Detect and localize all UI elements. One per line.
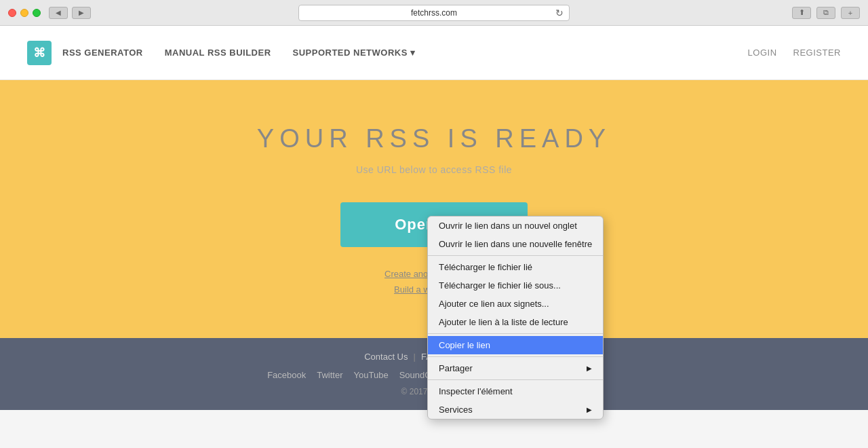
- ctx-add-reading-list[interactable]: Ajouter le lien à la liste de lecture: [428, 313, 603, 331]
- ctx-open-new-tab[interactable]: Ouvrir le lien dans un nouvel onglet: [428, 217, 603, 235]
- close-button[interactable]: [8, 9, 16, 17]
- ctx-services-label: Services: [439, 405, 473, 415]
- expand-button[interactable]: ⧉: [816, 7, 835, 19]
- ctx-share[interactable]: Partager ▶: [428, 359, 603, 377]
- nav-supported-networks[interactable]: SUPPORTED NETWORKS ▾: [293, 48, 416, 58]
- social-youtube[interactable]: YouTube: [354, 370, 389, 380]
- traffic-lights: [8, 9, 41, 17]
- footer-contact-us[interactable]: Contact Us: [364, 352, 408, 362]
- ctx-open-new-window[interactable]: Ouvrir le lien dans une nouvelle fenêtre: [428, 235, 603, 253]
- footer-sep-1: |: [414, 352, 416, 362]
- url-text: fetchrss.com: [411, 8, 457, 18]
- ctx-sep-1: [428, 255, 603, 256]
- fullscreen-button[interactable]: [33, 9, 41, 17]
- ctx-inspect-element[interactable]: Inspecter l'élément: [428, 382, 603, 400]
- social-facebook[interactable]: Facebook: [267, 370, 306, 380]
- ctx-copy-link[interactable]: Copier le lien: [428, 336, 603, 354]
- address-bar[interactable]: fetchrss.com ↻: [298, 5, 570, 21]
- ctx-download-linked-as[interactable]: Télécharger le fichier lié sous...: [428, 276, 603, 295]
- ctx-sep-3: [428, 356, 603, 357]
- reload-button[interactable]: ↻: [555, 7, 564, 18]
- browser-toolbar-right: ⬆ ⧉ +: [792, 7, 860, 19]
- ctx-services-arrow: ▶: [587, 406, 592, 413]
- ctx-services[interactable]: Services ▶: [428, 400, 603, 419]
- supported-networks-label: SUPPORTED NETWORKS: [293, 48, 408, 58]
- register-link[interactable]: REGISTER: [793, 48, 841, 58]
- share-toolbar-button[interactable]: ⬆: [792, 7, 811, 19]
- rss-logo[interactable]: ⌘: [27, 41, 52, 65]
- ctx-sep-2: [428, 333, 603, 334]
- ctx-download-linked[interactable]: Télécharger le fichier lié: [428, 258, 603, 276]
- ctx-share-arrow: ▶: [587, 365, 592, 372]
- subtitle: Use URL below to access RSS file: [356, 164, 512, 175]
- page-title: YOUR RSS IS READY: [257, 124, 611, 153]
- rss-icon: ⌘: [33, 45, 45, 60]
- nav-right: LOGIN REGISTER: [748, 48, 841, 58]
- nav-rss-generator[interactable]: RSS GENERATOR: [62, 48, 143, 58]
- back-button[interactable]: ◀: [49, 7, 68, 19]
- nav-manual-rss-builder[interactable]: MANUAL RSS BUILDER: [165, 48, 271, 58]
- browser-nav-buttons: ◀ ▶: [49, 7, 91, 19]
- ctx-sep-4: [428, 379, 603, 380]
- social-twitter[interactable]: Twitter: [317, 370, 342, 380]
- site-nav: ⌘ RSS GENERATOR MANUAL RSS BUILDER SUPPO…: [0, 26, 868, 80]
- login-link[interactable]: LOGIN: [748, 48, 777, 58]
- mac-titlebar: ◀ ▶ fetchrss.com ↻ ⬆ ⧉ +: [0, 0, 868, 26]
- ctx-add-bookmark[interactable]: Ajouter ce lien aux signets...: [428, 295, 603, 313]
- context-menu[interactable]: Ouvrir le lien dans un nouvel onglet Ouv…: [427, 216, 604, 419]
- chevron-down-icon: ▾: [410, 48, 416, 58]
- ctx-share-label: Partager: [439, 363, 473, 373]
- minimize-button[interactable]: [20, 9, 28, 17]
- new-tab-button[interactable]: +: [841, 7, 860, 19]
- nav-links: RSS GENERATOR MANUAL RSS BUILDER SUPPORT…: [62, 48, 748, 58]
- forward-button[interactable]: ▶: [72, 7, 91, 19]
